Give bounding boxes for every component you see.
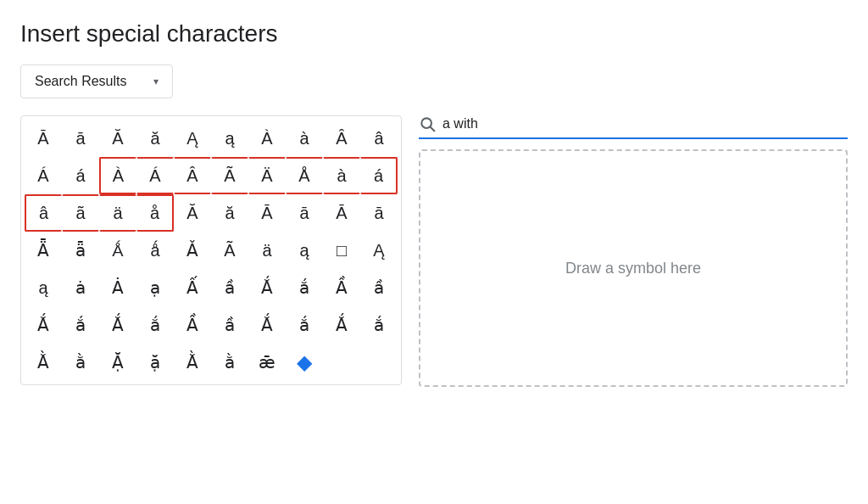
char-cell[interactable]: ä (99, 194, 136, 232)
main-layout: ĀāĂăĄąÀàÂâÁáÀÁÂÃÄÅàáâãäåĂăĀāĀāǞǟǺǻǍÃäą□Ą… (20, 115, 848, 387)
char-cell[interactable]: ắ (62, 306, 99, 344)
char-cell[interactable]: ặ (136, 344, 174, 381)
page-title: Insert special characters (20, 20, 848, 48)
char-cell[interactable]: □ (323, 232, 360, 269)
char-cell[interactable]: Ầ (323, 269, 360, 306)
char-cell[interactable]: Ą (360, 232, 398, 269)
right-panel: Draw a symbol here (419, 115, 848, 387)
char-cell[interactable]: Ặ (99, 344, 136, 381)
char-cell[interactable]: á (360, 157, 398, 194)
char-cell[interactable]: ắ (286, 269, 323, 306)
char-cell[interactable]: Ă (174, 194, 211, 232)
char-cell[interactable]: â (25, 194, 62, 232)
char-cell[interactable]: ằ (211, 344, 248, 381)
character-grid-container: ĀāĂăĄąÀàÂâÁáÀÁÂÃÄÅàáâãäåĂăĀāĀāǞǟǺǻǍÃäą□Ą… (20, 115, 402, 385)
draw-area[interactable]: Draw a symbol here (419, 149, 848, 387)
char-cell[interactable]: ă (211, 194, 248, 232)
search-icon (419, 115, 436, 132)
char-cell[interactable]: ā (360, 194, 398, 232)
search-box (419, 115, 848, 139)
category-dropdown[interactable]: Search Results ▾ (20, 64, 173, 98)
char-cell[interactable]: ǣ (248, 344, 286, 381)
char-cell[interactable]: ắ (360, 306, 398, 344)
char-cell[interactable]: Ắ (248, 306, 286, 344)
char-cell[interactable]: ä (248, 232, 286, 269)
char-cell[interactable]: ầ (211, 269, 248, 306)
char-cell[interactable]: Ã (211, 157, 248, 194)
char-cell[interactable]: Ą (174, 120, 211, 157)
char-cell[interactable]: Ă (99, 120, 136, 157)
char-cell[interactable]: ȧ (62, 269, 99, 306)
char-cell[interactable]: Â (174, 157, 211, 194)
char-cell[interactable]: ầ (211, 306, 248, 344)
char-cell[interactable]: Å (286, 157, 323, 194)
char-cell[interactable]: Ằ (25, 344, 62, 381)
char-cell[interactable]: À (99, 157, 136, 194)
char-cell[interactable]: ă (136, 120, 174, 157)
char-cell[interactable]: ā (286, 194, 323, 232)
character-grid: ĀāĂăĄąÀàÂâÁáÀÁÂÃÄÅàáâãäåĂăĀāĀāǞǟǺǻǍÃäą□Ą… (25, 120, 398, 381)
char-cell (323, 344, 360, 381)
char-cell[interactable]: Ā (25, 120, 62, 157)
draw-placeholder: Draw a symbol here (565, 260, 701, 277)
char-cell[interactable]: Ä (248, 157, 286, 194)
char-cell[interactable]: Á (136, 157, 174, 194)
char-cell[interactable]: Ấ (174, 269, 211, 306)
char-cell[interactable]: Â (323, 120, 360, 157)
char-cell[interactable]: Ǎ (174, 232, 211, 269)
char-cell[interactable]: Ắ (248, 269, 286, 306)
char-cell[interactable]: Ǟ (25, 232, 62, 269)
char-cell[interactable]: ầ (360, 269, 398, 306)
char-cell[interactable]: á (62, 157, 99, 194)
char-cell[interactable]: ā (62, 120, 99, 157)
char-cell[interactable]: Ắ (99, 306, 136, 344)
char-cell[interactable]: Ã (211, 232, 248, 269)
char-cell[interactable]: ą (286, 232, 323, 269)
diamond-icon: ◆ (297, 350, 312, 374)
char-cell[interactable]: ą (25, 269, 62, 306)
svg-line-1 (431, 127, 435, 132)
char-cell[interactable]: Ằ (174, 344, 211, 381)
char-cell[interactable]: ą (211, 120, 248, 157)
char-cell[interactable]: ạ (136, 269, 174, 306)
char-cell (360, 344, 398, 381)
char-cell[interactable]: ◆ (286, 344, 323, 381)
chevron-down-icon: ▾ (153, 76, 159, 87)
char-cell[interactable]: ắ (286, 306, 323, 344)
char-cell[interactable]: ắ (136, 306, 174, 344)
char-cell[interactable]: ằ (62, 344, 99, 381)
char-cell[interactable]: à (323, 157, 360, 194)
char-cell[interactable]: Ȧ (99, 269, 136, 306)
char-cell[interactable]: Ǻ (99, 232, 136, 269)
search-input[interactable] (442, 116, 848, 132)
char-cell[interactable]: ǟ (62, 232, 99, 269)
char-cell[interactable]: Ā (323, 194, 360, 232)
char-cell[interactable]: å (136, 194, 174, 232)
char-cell[interactable]: Á (25, 157, 62, 194)
char-cell[interactable]: Ầ (174, 306, 211, 344)
char-cell[interactable]: â (360, 120, 398, 157)
char-cell[interactable]: Ā (248, 194, 286, 232)
char-cell[interactable]: ǻ (136, 232, 174, 269)
dropdown-label: Search Results (35, 74, 127, 89)
char-cell[interactable]: Ắ (25, 306, 62, 344)
char-cell[interactable]: à (286, 120, 323, 157)
char-cell[interactable]: ã (62, 194, 99, 232)
char-cell[interactable]: À (248, 120, 286, 157)
char-cell[interactable]: Ắ (323, 306, 360, 344)
